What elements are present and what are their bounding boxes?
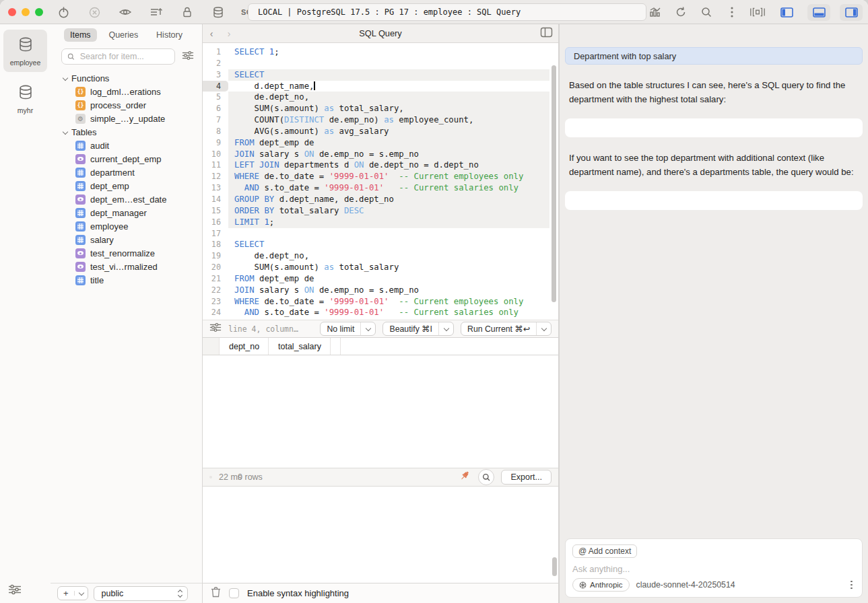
editor-line[interactable]: 7 COUNT(DISTINCT de.emp_no) as employee_… bbox=[203, 114, 558, 126]
assistant-scroll-area[interactable]: Department with top salary Based on the … bbox=[565, 47, 863, 536]
back-button[interactable]: ‹ bbox=[203, 28, 220, 39]
line-content bbox=[228, 228, 549, 240]
raw-query-panel[interactable] bbox=[203, 487, 558, 583]
sidebar-tab-queries[interactable]: Queries bbox=[102, 28, 144, 42]
input-menu-icon[interactable] bbox=[848, 579, 855, 591]
sidebar-tab-items[interactable]: Items bbox=[64, 28, 97, 42]
editor-line[interactable]: 3SELECT bbox=[203, 69, 558, 81]
sidebar-item-employee[interactable]: employee bbox=[51, 219, 202, 233]
refresh-icon[interactable] bbox=[673, 4, 689, 20]
run-current-button[interactable]: Run Current ⌘↩ bbox=[461, 322, 552, 336]
beautify-button[interactable]: Beautify ⌘I bbox=[382, 322, 454, 336]
zoom-window-button[interactable] bbox=[35, 8, 43, 16]
search-input[interactable] bbox=[79, 51, 169, 62]
editor-line[interactable]: 2 bbox=[203, 58, 558, 69]
sidebar-item-dept_emp[interactable]: dept_emp bbox=[51, 179, 202, 192]
add-item-button[interactable]: + bbox=[57, 586, 88, 600]
editor-line[interactable]: 15ORDER BY total_salary DESC bbox=[203, 205, 558, 217]
editor-line[interactable]: 20 SUM(s.amount) as total_salary bbox=[203, 262, 558, 273]
editor-line[interactable]: 1SELECT 1; bbox=[203, 46, 558, 58]
eye-icon[interactable] bbox=[117, 4, 133, 20]
assistant-input-card[interactable]: @ Add context Ask anything... Anthropic … bbox=[565, 538, 863, 598]
sidebar-item-title[interactable]: title bbox=[51, 273, 202, 287]
editor-line[interactable]: 18SELECT bbox=[203, 239, 558, 250]
editor-line[interactable]: 16LIMIT 1; bbox=[203, 217, 558, 228]
toggle-bottom-panel-icon[interactable] bbox=[807, 4, 830, 21]
schema-select[interactable]: public bbox=[94, 586, 188, 601]
line-number: 6 bbox=[203, 103, 228, 114]
sidebar-item-log_dmlerations[interactable]: {}log_dml…erations bbox=[51, 85, 202, 98]
search-icon[interactable] bbox=[698, 4, 714, 20]
editor-line[interactable]: 4 d.dept_name, bbox=[203, 81, 558, 92]
database-icon[interactable] bbox=[210, 4, 226, 20]
ask-input[interactable]: Ask anything... bbox=[572, 564, 855, 574]
connection-title[interactable]: LOCAL | PostgreSQL 17.5 : PG 17 : employ… bbox=[248, 3, 646, 21]
rail-settings-icon[interactable] bbox=[8, 584, 22, 598]
section-functions[interactable]: Functions bbox=[51, 71, 202, 85]
forward-button[interactable]: › bbox=[220, 28, 238, 39]
minimize-window-button[interactable] bbox=[22, 8, 30, 16]
connection-employee[interactable]: employee bbox=[3, 30, 47, 72]
power-icon[interactable] bbox=[55, 4, 71, 20]
sidebar-item-dept_manager[interactable]: dept_manager bbox=[51, 206, 202, 219]
sidebar-item-process_order[interactable]: {}process_order bbox=[51, 98, 202, 112]
syntax-highlighting-checkbox[interactable] bbox=[229, 588, 239, 598]
editor-line[interactable]: 11LEFT JOIN departments d ON de.dept_no … bbox=[203, 159, 558, 171]
provider-pill[interactable]: Anthropic bbox=[572, 578, 630, 592]
editor-line[interactable]: 12WHERE de.to_date = '9999-01-01' -- Cur… bbox=[203, 171, 558, 182]
sidebar-item-department[interactable]: department bbox=[51, 166, 202, 179]
close-circle-icon[interactable] bbox=[86, 4, 102, 20]
trash-icon[interactable] bbox=[211, 586, 221, 600]
sidebar-item-test_renormalize[interactable]: test_renormalize bbox=[51, 246, 202, 260]
sidebar-item-simple_y_update[interactable]: ⚙simple_…y_update bbox=[51, 112, 202, 125]
item-search-field[interactable] bbox=[61, 48, 175, 65]
editor-line[interactable]: 22JOIN salary s ON de.emp_no = s.emp_no bbox=[203, 285, 558, 296]
toggle-left-panel-icon[interactable] bbox=[775, 4, 798, 21]
editor-line[interactable]: 23WHERE de.to_date = '9999-01-01' -- Cur… bbox=[203, 296, 558, 308]
connection-myhr[interactable]: myhr bbox=[3, 77, 47, 120]
assistant-code-block[interactable] bbox=[565, 191, 863, 210]
editor-line[interactable]: 17 bbox=[203, 228, 558, 240]
list-export-icon[interactable] bbox=[148, 4, 164, 20]
kebab-menu-icon[interactable] bbox=[724, 4, 740, 20]
sql-editor[interactable]: 1SELECT 1;23SELECT4 d.dept_name,5 de.dep… bbox=[203, 43, 558, 320]
assistant-code-block[interactable] bbox=[565, 118, 863, 137]
connections-rail: employeemyhr bbox=[0, 24, 51, 603]
split-view-icon[interactable] bbox=[540, 27, 553, 40]
sidebar-item-test_virmalized[interactable]: test_vi…rmalized bbox=[51, 260, 202, 273]
editor-line[interactable]: 21FROM dept_emp de bbox=[203, 273, 558, 285]
editor-line[interactable]: 8 AVG(s.amount) as avg_salary bbox=[203, 126, 558, 137]
raw-panel-scrollbar[interactable] bbox=[552, 557, 557, 576]
editor-line[interactable]: 6 SUM(s.amount) as total_salary, bbox=[203, 103, 558, 114]
editor-line[interactable]: 24 AND s.to_date = '9999-01-01' -- Curre… bbox=[203, 307, 558, 318]
sidebar-item-audit[interactable]: audit bbox=[51, 139, 202, 152]
column-header-dept_no[interactable]: dept_no bbox=[220, 338, 269, 355]
sidebar-item-salary[interactable]: salary bbox=[51, 233, 202, 246]
conversation-title[interactable]: Department with top salary bbox=[565, 47, 863, 65]
sidebar-item-current_dept_emp[interactable]: current_dept_emp bbox=[51, 152, 202, 166]
editor-line[interactable]: 9FROM dept_emp de bbox=[203, 137, 558, 149]
editor-line[interactable]: 19 de.dept_no, bbox=[203, 250, 558, 262]
results-search-button[interactable] bbox=[478, 469, 494, 485]
focus-mode-icon[interactable] bbox=[749, 4, 766, 20]
editor-scrollbar[interactable] bbox=[552, 65, 556, 302]
section-tables[interactable]: Tables bbox=[51, 125, 202, 139]
limit-button[interactable]: No limit bbox=[320, 322, 376, 336]
filter-icon[interactable] bbox=[182, 50, 194, 63]
close-window-button[interactable] bbox=[8, 8, 16, 16]
editor-line[interactable]: 13 AND s.to_date = '9999-01-01' -- Curre… bbox=[203, 182, 558, 194]
column-header-total_salary[interactable]: total_salary bbox=[269, 338, 331, 355]
editor-line[interactable]: 10JOIN salary s ON de.emp_no = s.emp_no bbox=[203, 149, 558, 160]
chart-icon[interactable] bbox=[647, 4, 663, 20]
sidebar-tab-history[interactable]: History bbox=[150, 28, 189, 42]
editor-settings-icon[interactable] bbox=[209, 322, 222, 335]
sidebar-item-dept_emest_date[interactable]: dept_em…est_date bbox=[51, 192, 202, 206]
editor-line[interactable]: 14GROUP BY d.dept_name, de.dept_no bbox=[203, 194, 558, 205]
editor-line[interactable]: 5 de.dept_no, bbox=[203, 92, 558, 103]
export-button[interactable]: Export... bbox=[501, 470, 552, 485]
toggle-right-panel-icon[interactable] bbox=[840, 4, 863, 21]
add-context-chip[interactable]: @ Add context bbox=[572, 544, 637, 558]
lock-icon[interactable] bbox=[179, 4, 195, 20]
pin-icon[interactable] bbox=[458, 469, 471, 485]
add-item-dropdown[interactable] bbox=[74, 591, 88, 596]
